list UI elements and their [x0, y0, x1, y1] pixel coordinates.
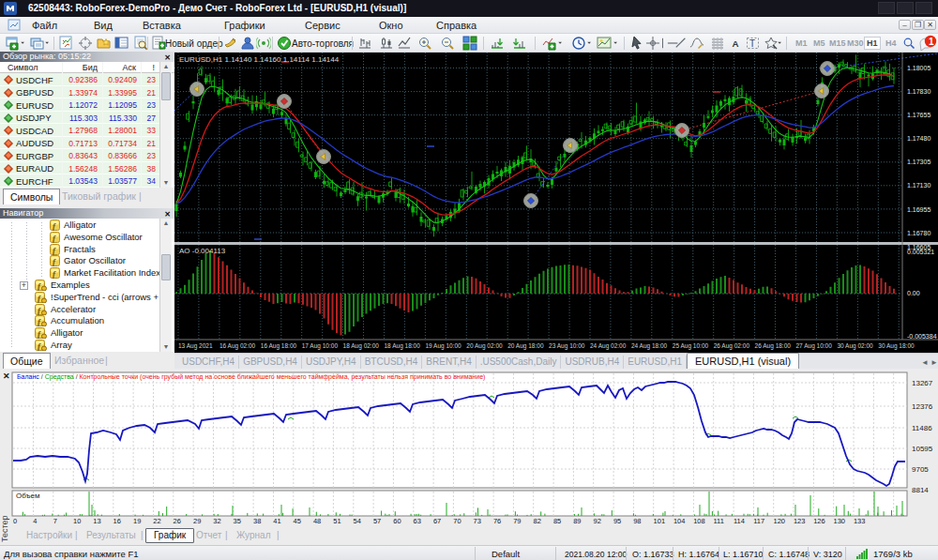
svg-text:0.00: 0.00 [907, 290, 920, 296]
svg-text:130: 130 [834, 517, 846, 525]
svg-text:30 Aug 02:00: 30 Aug 02:00 [837, 342, 873, 350]
svg-text:16 Aug 18:00: 16 Aug 18:00 [261, 342, 297, 350]
svg-text:A: A [733, 38, 739, 49]
svg-text:8814: 8814 [912, 486, 929, 494]
svg-text:120: 120 [774, 517, 786, 525]
svg-text:104: 104 [673, 517, 686, 525]
svg-text:19: 19 [133, 517, 141, 525]
svg-text:11486: 11486 [912, 424, 932, 432]
svg-text:29: 29 [193, 517, 201, 525]
svg-text:89: 89 [573, 517, 581, 525]
svg-text:26: 26 [174, 517, 181, 525]
svg-text:13267: 13267 [912, 379, 933, 387]
svg-text:4: 4 [33, 517, 37, 525]
svg-text:1.17130: 1.17130 [907, 182, 930, 189]
svg-text:1.17655: 1.17655 [907, 112, 930, 118]
svg-text:30 Aug 18:00: 30 Aug 18:00 [878, 342, 915, 350]
svg-text:70: 70 [453, 517, 461, 525]
svg-text:23 Aug 10:00: 23 Aug 10:00 [549, 342, 585, 350]
svg-text:35: 35 [234, 517, 241, 525]
svg-text:10595: 10595 [912, 445, 933, 453]
svg-text:114: 114 [734, 517, 745, 525]
svg-text:101: 101 [654, 517, 666, 525]
svg-text:27 Aug 10:00: 27 Aug 10:00 [796, 342, 833, 350]
svg-text:1: 1 [929, 37, 934, 47]
svg-text:20 Aug 02:00: 20 Aug 02:00 [466, 342, 503, 350]
svg-text:EURUSD,H1 1.14140 1.14160 1.1: EURUSD,H1 1.14140 1.14160 1.14114 1.1414… [179, 55, 340, 64]
svg-text:7: 7 [53, 517, 57, 525]
svg-text:63: 63 [414, 517, 421, 525]
svg-text:16 Aug 02:00: 16 Aug 02:00 [219, 342, 256, 350]
svg-text:92: 92 [594, 517, 601, 525]
svg-text:117: 117 [753, 517, 764, 525]
svg-text:38: 38 [253, 517, 261, 525]
svg-text:13: 13 [93, 517, 100, 525]
svg-text:95: 95 [613, 517, 621, 525]
svg-text:19 Aug 10:00: 19 Aug 10:00 [425, 342, 461, 350]
svg-text:126: 126 [813, 517, 825, 525]
svg-text:26 Aug 02:00: 26 Aug 02:00 [714, 342, 750, 350]
svg-text:1.17480: 1.17480 [907, 135, 930, 142]
svg-text:1.17830: 1.17830 [907, 88, 930, 95]
svg-text:54: 54 [354, 517, 361, 525]
svg-text:123: 123 [794, 517, 806, 525]
svg-text:98: 98 [633, 517, 641, 525]
svg-text:0.005321: 0.005321 [907, 249, 934, 255]
svg-text:9705: 9705 [912, 465, 929, 474]
svg-text:20 Aug 18:00: 20 Aug 18:00 [507, 342, 544, 350]
svg-text:25 Aug 10:00: 25 Aug 10:00 [673, 342, 709, 350]
svg-text:26 Aug 18:00: 26 Aug 18:00 [755, 342, 792, 350]
svg-text:10: 10 [73, 517, 81, 525]
svg-text:17 Aug 10:00: 17 Aug 10:00 [302, 342, 339, 350]
svg-text:Баланс / Средства / Контрольны: Баланс / Средства / Контрольные точки (о… [17, 373, 485, 381]
svg-text:1.17305: 1.17305 [907, 159, 930, 165]
svg-text:73: 73 [474, 517, 481, 525]
svg-text:0: 0 [13, 517, 17, 525]
svg-text:1.16955: 1.16955 [907, 206, 930, 213]
svg-text:85: 85 [553, 517, 561, 525]
svg-text:AO -0.004113: AO -0.004113 [179, 247, 226, 255]
svg-text:67: 67 [433, 517, 441, 525]
svg-text:57: 57 [373, 517, 381, 525]
svg-text:41: 41 [273, 517, 280, 525]
svg-text:51: 51 [333, 517, 340, 525]
svg-text:16: 16 [113, 517, 121, 525]
svg-text:1.16780: 1.16780 [907, 230, 930, 236]
svg-text:-0.005384: -0.005384 [907, 333, 937, 340]
svg-text:13 Aug 2021: 13 Aug 2021 [178, 342, 213, 350]
svg-text:18 Aug 02:00: 18 Aug 02:00 [343, 342, 380, 350]
svg-text:32: 32 [213, 517, 220, 525]
svg-text:24 Aug 02:00: 24 Aug 02:00 [590, 342, 627, 350]
svg-text:48: 48 [313, 517, 321, 525]
svg-text:22: 22 [153, 517, 160, 525]
svg-text:79: 79 [513, 517, 521, 525]
svg-text:133: 133 [854, 517, 866, 525]
svg-text:18 Aug 18:00: 18 Aug 18:00 [385, 342, 421, 350]
svg-text:24 Aug 18:00: 24 Aug 18:00 [631, 342, 668, 350]
svg-text:111: 111 [714, 517, 724, 525]
svg-text:1.18005: 1.18005 [907, 65, 930, 71]
svg-text:12376: 12376 [912, 402, 933, 411]
svg-text:82: 82 [534, 517, 541, 525]
svg-text:T: T [749, 38, 755, 49]
svg-text:Объем: Объем [16, 492, 40, 500]
svg-text:76: 76 [493, 517, 501, 525]
svg-text:45: 45 [294, 517, 301, 525]
svg-text:60: 60 [393, 517, 401, 525]
svg-text:108: 108 [693, 517, 705, 525]
